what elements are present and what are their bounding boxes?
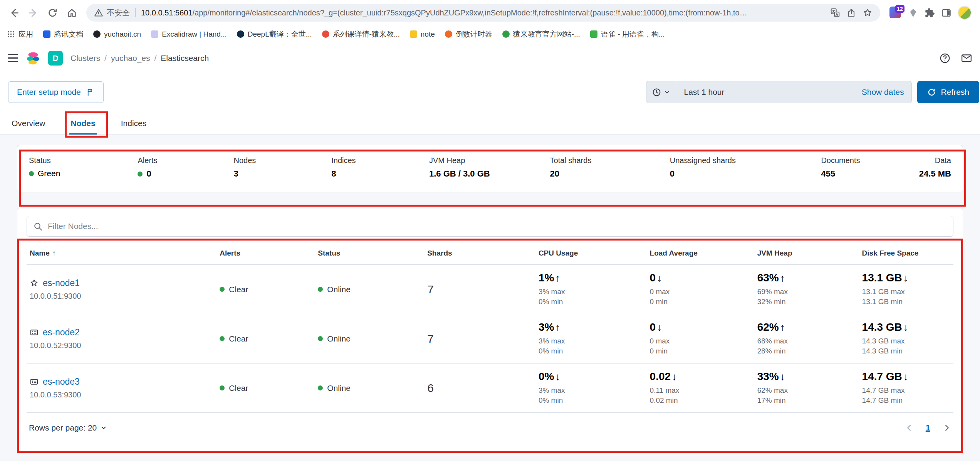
url-host: 10.0.0.51:5601	[141, 8, 192, 17]
show-dates-link[interactable]: Show dates	[862, 87, 904, 97]
alerts-cell: Clear	[216, 314, 315, 363]
favicon	[151, 30, 158, 38]
back-button[interactable]	[5, 4, 22, 21]
bookmark-apps[interactable]: 应用	[7, 29, 33, 39]
favicon	[445, 30, 452, 38]
table-row: es-node2 10.0.0.52:9300 Clear Online 7 3…	[27, 314, 953, 363]
load-average-cell: 0↓ 0 max 0 min	[647, 265, 754, 314]
bookmark-item[interactable]: 系列课详情-猿来教...	[322, 29, 400, 39]
reload-button[interactable]	[44, 4, 61, 21]
summary-jvm-heap: JVM Heap 1.6 GB / 3.0 GB	[429, 156, 550, 179]
sort-ascending-icon: ↑	[52, 249, 56, 257]
time-range-value: Last 1 hour	[684, 87, 724, 97]
load-average-cell: 0.02↓ 0.11 max 0.02 min	[647, 363, 754, 413]
rows-per-page-button[interactable]: Rows per page: 20	[29, 423, 107, 432]
super-date-picker: Last 1 hour Show dates Refresh	[646, 81, 979, 103]
column-disk-free-space[interactable]: Disk Free Space	[859, 241, 953, 265]
breadcrumb: Clusters / yuchao_es / Elasticsearch	[70, 54, 209, 63]
tab-nodes[interactable]: Nodes	[69, 113, 97, 135]
flag-icon	[86, 88, 95, 97]
table-row: es-node1 10.0.0.51:9300 Clear Online 7 1…	[27, 265, 953, 314]
shards-cell: 7	[424, 314, 535, 363]
bookmark-item[interactable]: note	[410, 30, 435, 39]
extension-button[interactable]: 12	[889, 7, 902, 19]
favicon	[502, 30, 510, 38]
help-icon[interactable]	[939, 52, 951, 64]
tab-indices[interactable]: Indices	[119, 113, 148, 135]
address-bar[interactable]: 不安全 10.0.0.51:5601/app/monitoring#/elast…	[86, 4, 880, 22]
refresh-button[interactable]: Refresh	[917, 81, 979, 103]
column-alerts[interactable]: Alerts	[216, 241, 315, 265]
kite-extension-icon[interactable]	[908, 8, 918, 18]
bookmark-item[interactable]: 猿来教育官方网站-...	[502, 29, 580, 39]
quick-select-button[interactable]	[646, 81, 676, 103]
share-icon[interactable]	[846, 8, 856, 18]
column-cpu-usage[interactable]: CPU Usage	[535, 241, 647, 265]
menu-hamburger-icon[interactable]	[8, 54, 18, 62]
jvm-heap-cell: 33%↓ 62% max 17% min	[754, 363, 859, 413]
space-avatar[interactable]: D	[48, 51, 63, 66]
bookmark-star-icon[interactable]	[863, 8, 873, 18]
next-page-icon[interactable]	[943, 424, 951, 432]
summary-unassigned-shards: Unassigned shards 0	[670, 156, 821, 179]
transport-address: 10.0.0.53:9300	[30, 390, 213, 399]
bookmark-item[interactable]: 腾讯文档	[43, 29, 83, 39]
summary-nodes: Nodes 3	[233, 156, 331, 179]
shards-cell: 6	[424, 363, 535, 413]
jvm-heap-cell: 63%↑ 69% max 32% min	[754, 265, 859, 314]
bookmarks-bar: 应用 腾讯文档 yuchaoit.cn Excalidraw | Hand...…	[0, 25, 980, 43]
forward-button[interactable]	[25, 4, 42, 21]
alert-green-dot	[220, 287, 225, 292]
node-link[interactable]: es-node3	[43, 377, 80, 387]
bookmark-item[interactable]: Excalidraw | Hand...	[151, 30, 227, 39]
filter-nodes-field[interactable]	[27, 216, 953, 237]
master-node-star-icon	[30, 279, 39, 288]
site-security-chip[interactable]: 不安全	[94, 8, 130, 18]
online-green-dot	[318, 287, 323, 292]
bookmark-item[interactable]: DeepL翻译：全世...	[237, 29, 312, 39]
filter-nodes-input[interactable]	[48, 222, 947, 231]
time-range-button[interactable]: Last 1 hour Show dates	[676, 81, 912, 103]
tab-overview[interactable]: Overview	[10, 113, 47, 135]
bookmark-item[interactable]: 语雀 - 用语雀，构...	[590, 29, 665, 39]
status-cell: Online	[315, 265, 424, 314]
favicon	[410, 30, 417, 38]
column-jvm-heap[interactable]: JVM Heap	[754, 241, 859, 265]
transport-address: 10.0.0.51:9300	[30, 292, 213, 301]
page-number[interactable]: 1	[926, 423, 930, 433]
column-status[interactable]: Status	[315, 241, 424, 265]
translate-icon[interactable]	[830, 8, 840, 18]
monitoring-tabs: Overview Nodes Indices	[0, 113, 980, 135]
newsfeed-icon[interactable]	[961, 52, 972, 64]
column-load-average[interactable]: Load Average	[647, 241, 754, 265]
bookmark-item[interactable]: yuchaoit.cn	[93, 30, 141, 39]
breadcrumb-cluster-name[interactable]: yuchao_es	[111, 54, 150, 63]
controls-row: Enter setup mode Last 1 hour Show dates …	[0, 73, 980, 103]
side-panel-icon[interactable]	[941, 8, 951, 18]
home-button[interactable]	[63, 4, 80, 21]
enter-setup-mode-button[interactable]: Enter setup mode	[8, 81, 104, 103]
node-link[interactable]: es-node1	[43, 278, 80, 288]
elastic-logo[interactable]	[26, 51, 40, 66]
previous-page-icon[interactable]	[905, 424, 913, 432]
profile-avatar[interactable]	[958, 6, 972, 20]
online-green-dot	[318, 385, 323, 390]
omnibox-divider	[135, 8, 136, 17]
nodes-table-panel: Name↑ Alerts Status Shards CPU Usage Loa…	[17, 208, 963, 455]
disk-free-space-cell: 13.1 GB↓ 13.1 GB max 13.1 GB min	[859, 265, 953, 314]
summary-documents: Documents 455	[821, 156, 905, 179]
security-label: 不安全	[107, 8, 130, 18]
summary-data: Data 24.5 MB	[905, 156, 951, 179]
breadcrumb-clusters[interactable]: Clusters	[70, 54, 100, 63]
column-shards[interactable]: Shards	[424, 241, 535, 265]
trend-up-icon: ↑	[555, 321, 560, 333]
trend-up-icon: ↑	[555, 272, 560, 284]
name-cell: es-node1 10.0.0.51:9300	[27, 265, 216, 314]
disk-free-space-cell: 14.3 GB↓ 14.3 GB max 14.3 GB min	[859, 314, 953, 363]
column-name[interactable]: Name↑	[27, 241, 216, 265]
bookmark-item[interactable]: 倒数计时器	[445, 29, 492, 39]
trend-up-icon: ↑	[780, 321, 785, 333]
trend-down-icon: ↓	[672, 371, 677, 383]
extensions-puzzle-icon[interactable]	[925, 8, 935, 18]
node-link[interactable]: es-node2	[43, 327, 80, 338]
